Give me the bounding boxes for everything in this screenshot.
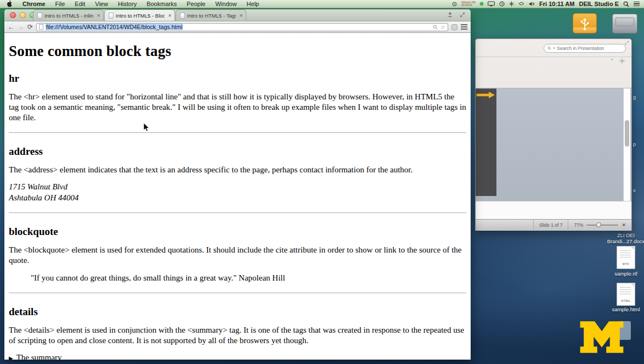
chrome-browser-window[interactable]: Intro to HTML5 - Inline ta ✕ Intro to HT… bbox=[4, 9, 471, 360]
web-page-content: Some common block tags hr The <hr> eleme… bbox=[4, 33, 471, 360]
screen-recorder-badge: iShowU HD 00:04:24 bbox=[461, 1, 476, 7]
html-type-text: HTML bbox=[617, 299, 635, 303]
usb-drive-icon[interactable] bbox=[573, 13, 597, 33]
airplay-display-icon[interactable] bbox=[488, 1, 495, 7]
back-button[interactable]: ← bbox=[8, 24, 14, 30]
file-icon-html[interactable]: HTML bbox=[617, 283, 635, 306]
page-favicon bbox=[109, 13, 114, 19]
file-icon-rtf[interactable]: RTF bbox=[617, 246, 635, 269]
fit-to-window-icon[interactable]: ✕ bbox=[622, 222, 626, 228]
blockquote-text: "If you cannot do great things, do small… bbox=[31, 273, 444, 283]
menu-item-edit[interactable]: Edit bbox=[70, 0, 90, 8]
partial-file-label: s bbox=[633, 188, 643, 193]
dropbox-icon[interactable] bbox=[518, 2, 524, 7]
menu-item-chrome[interactable]: Chrome bbox=[18, 0, 50, 8]
menu-bar: Chrome File Edit View History Bookmarks … bbox=[0, 0, 644, 8]
tab-close-icon[interactable]: ✕ bbox=[238, 13, 243, 18]
tab-close-icon[interactable]: ✕ bbox=[167, 13, 172, 18]
section-heading-blockquote: blockquote bbox=[9, 226, 466, 238]
url-text[interactable]: file:///Volumes/VANLENT2014/WD4E/block_t… bbox=[46, 24, 183, 30]
gear-icon[interactable] bbox=[619, 58, 625, 64]
tab-strip: Intro to HTML5 - Inline ta ✕ Intro to HT… bbox=[4, 9, 471, 21]
tab-close-icon[interactable]: ✕ bbox=[95, 13, 100, 18]
tab-tags-that[interactable]: Intro to HTML5 - Tags th ✕ bbox=[176, 9, 246, 21]
scrollbar-thumb[interactable] bbox=[625, 120, 629, 147]
page-title: Some common block tags bbox=[9, 43, 466, 60]
ribbon-row: ⌃ bbox=[476, 57, 631, 65]
slide-fragment bbox=[476, 88, 496, 196]
menu-item-window[interactable]: Window bbox=[210, 0, 241, 8]
file-label-docx[interactable]: ZLI DEI Brandi...27.docx bbox=[602, 232, 644, 244]
profile-person-icon[interactable] bbox=[447, 12, 453, 18]
zoom-control[interactable]: 77% ✕ bbox=[568, 220, 631, 230]
notes-pane[interactable] bbox=[476, 201, 631, 219]
page-favicon bbox=[37, 13, 42, 19]
presentation-scrollbar[interactable] bbox=[623, 88, 630, 201]
window-expand-icon[interactable]: ⤢ bbox=[625, 40, 629, 46]
michigan-m-logo bbox=[579, 317, 624, 357]
presentation-search-field[interactable] bbox=[544, 44, 626, 53]
paragraph: The <details> element is used in conjunc… bbox=[9, 325, 466, 346]
recording-indicator-dot bbox=[480, 2, 483, 5]
horizontal-rule bbox=[9, 132, 466, 133]
section-heading-details: details bbox=[9, 306, 466, 318]
search-icon bbox=[547, 46, 551, 51]
location-status-icon[interactable] bbox=[452, 2, 457, 7]
browser-toolbar: ← → ⟳ file:///Volumes/VANLENT2014/WD4E/b… bbox=[4, 21, 471, 33]
tab-inline-tags[interactable]: Intro to HTML5 - Inline ta ✕ bbox=[33, 9, 104, 21]
page-icon bbox=[39, 24, 43, 30]
hard-drive-icon[interactable] bbox=[612, 14, 637, 33]
paragraph: The <address> element indicates that the… bbox=[9, 165, 466, 175]
presentation-search-input[interactable] bbox=[557, 46, 622, 51]
menu-item-help[interactable]: Help bbox=[242, 0, 264, 8]
paragraph: The <blockquote> element is used for ext… bbox=[9, 245, 466, 266]
reload-button[interactable]: ⟳ bbox=[27, 24, 33, 30]
zoom-page-icon[interactable] bbox=[433, 25, 438, 30]
address-block: 1715 Walnut Blvd Ashtabula OH 44004 bbox=[9, 182, 466, 203]
address-bar[interactable]: file:///Volumes/VANLENT2014/WD4E/block_t… bbox=[36, 23, 448, 31]
forward-button[interactable]: → bbox=[18, 24, 24, 30]
file-label-html[interactable]: sample.html bbox=[606, 306, 644, 312]
menu-item-bookmarks[interactable]: Bookmarks bbox=[142, 0, 182, 8]
slide-canvas[interactable] bbox=[476, 88, 631, 201]
apple-menu-icon[interactable] bbox=[7, 1, 12, 7]
close-window-button[interactable] bbox=[10, 12, 16, 18]
bluetooth-icon[interactable] bbox=[509, 1, 514, 7]
tab-block-tags[interactable]: Intro to HTML5 - Block Ta ✕ bbox=[104, 9, 175, 21]
presentation-window[interactable]: ⤢ ⌃ Sli bbox=[475, 38, 632, 231]
menu-item-file[interactable]: File bbox=[50, 0, 70, 8]
mouse-cursor bbox=[143, 122, 150, 132]
minimize-window-button[interactable] bbox=[20, 12, 26, 18]
zoom-percent: 77% bbox=[574, 222, 583, 228]
menu-item-view[interactable]: View bbox=[90, 0, 113, 8]
section-heading-address: address bbox=[9, 145, 466, 158]
details-summary[interactable]: ▶The summary bbox=[9, 353, 466, 360]
menu-item-history[interactable]: History bbox=[113, 0, 142, 8]
paragraph: The <hr> element used to stand for "hori… bbox=[9, 92, 466, 123]
chrome-menu-icon[interactable] bbox=[461, 24, 467, 30]
menu-item-people[interactable]: People bbox=[182, 0, 210, 8]
spotlight-search-icon[interactable] bbox=[623, 1, 629, 7]
rtf-type-text: RTF bbox=[617, 262, 635, 266]
volume-icon[interactable] bbox=[529, 1, 535, 7]
disclosure-triangle-icon[interactable]: ▶ bbox=[9, 355, 13, 360]
file-label-rtf[interactable]: sample.rtf bbox=[608, 271, 644, 277]
time-machine-icon[interactable] bbox=[499, 1, 505, 7]
fullscreen-icon[interactable] bbox=[460, 12, 465, 18]
zoom-slider-knob[interactable] bbox=[596, 222, 601, 227]
zoom-slider[interactable] bbox=[586, 225, 618, 226]
yellow-arrow-graphic bbox=[476, 92, 495, 98]
menu-bar-clock[interactable]: Fri 10:11 AM bbox=[539, 0, 574, 8]
extension-badge-icon[interactable] bbox=[451, 24, 457, 30]
page-favicon bbox=[180, 13, 185, 19]
presentation-status-bar: Slide 1 of 7 77% ✕ bbox=[476, 219, 631, 230]
partial-file-label: g bbox=[633, 94, 643, 100]
horizontal-rule bbox=[9, 212, 466, 213]
partial-file-label: p bbox=[633, 142, 643, 147]
presentation-toolbar: ⤢ ⌃ bbox=[476, 39, 631, 88]
menu-bar-user[interactable]: DEIL Studio E bbox=[579, 0, 619, 8]
bookmark-star-icon[interactable]: ☆ bbox=[440, 24, 445, 30]
section-heading-hr: hr bbox=[9, 72, 466, 85]
notification-center-icon[interactable] bbox=[634, 2, 640, 7]
ribbon-collapse-icon[interactable]: ⌃ bbox=[609, 58, 614, 64]
